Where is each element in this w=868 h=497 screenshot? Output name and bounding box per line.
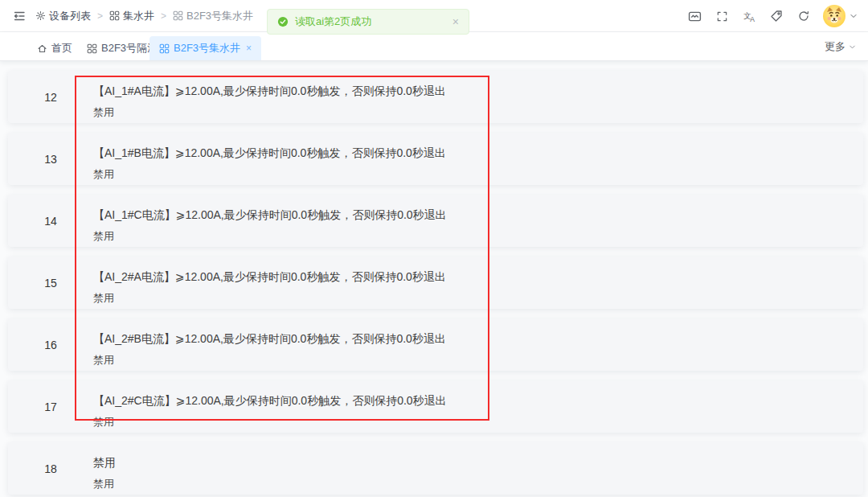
row-status: 禁用	[93, 477, 863, 491]
sidebar-collapse-icon[interactable]	[11, 8, 27, 24]
more-dropdown[interactable]: 更多	[825, 32, 857, 61]
row-index: 13	[8, 133, 93, 185]
rule-row[interactable]: 18 禁用 禁用	[8, 442, 863, 495]
breadcrumb-label: 设备列表	[49, 9, 91, 23]
rule-text: 【AI_2#B电流】⩾12.00A,最少保持时间0.0秒触发，否则保持0.0秒退…	[93, 331, 863, 346]
app-window: 设备列表 > 集水井 > B2F3号集水井	[0, 0, 868, 497]
content-area: 12 【AI_1#A电流】⩾12.00A,最少保持时间0.0秒触发，否则保持0.…	[0, 61, 868, 497]
grid-icon	[109, 10, 120, 21]
chevron-down-icon	[848, 43, 857, 51]
rule-row[interactable]: 14 【AI_1#C电流】⩾12.00A,最少保持时间0.0秒触发，否则保持0.…	[8, 195, 863, 247]
rule-row[interactable]: 16 【AI_2#B电流】⩾12.00A,最少保持时间0.0秒触发，否则保持0.…	[8, 318, 863, 371]
row-status: 禁用	[93, 415, 863, 429]
user-menu[interactable]	[823, 5, 858, 27]
row-index: 12	[8, 71, 93, 123]
toast-message: 读取ai第2页成功	[295, 14, 446, 29]
grid-icon	[173, 10, 183, 21]
row-index: 16	[8, 318, 93, 371]
row-index: 15	[8, 257, 93, 309]
row-index: 17	[8, 380, 93, 433]
rule-text: 【AI_1#C电流】⩾12.00A,最少保持时间0.0秒触发，否则保持0.0秒退…	[93, 207, 863, 222]
breadcrumb-label: 集水井	[123, 9, 154, 23]
gear-icon	[35, 10, 46, 21]
breadcrumb-separator: >	[161, 10, 166, 22]
row-index: 14	[8, 195, 93, 247]
rule-text: 【AI_1#A电流】⩾12.00A,最少保持时间0.0秒触发，否则保持0.0秒退…	[93, 84, 863, 98]
tab-home[interactable]: 首页	[27, 36, 82, 60]
more-label: 更多	[825, 39, 845, 54]
row-status: 禁用	[93, 229, 863, 244]
breadcrumb-item-device-list[interactable]: 设备列表	[35, 9, 91, 23]
tab-b2f3-sump-active[interactable]: B2F3号集水井 ×	[149, 36, 261, 60]
rules-list: 12 【AI_1#A电流】⩾12.00A,最少保持时间0.0秒触发，否则保持0.…	[8, 71, 863, 497]
avatar	[823, 5, 845, 27]
rule-row[interactable]: 17 【AI_2#C电流】⩾12.00A,最少保持时间0.0秒触发，否则保持0.…	[8, 380, 863, 433]
grid-icon	[87, 43, 97, 54]
rule-row[interactable]: 12 【AI_1#A电流】⩾12.00A,最少保持时间0.0秒触发，否则保持0.…	[8, 71, 863, 123]
chevron-down-icon	[849, 11, 858, 21]
tab-close-icon[interactable]: ×	[246, 43, 252, 54]
breadcrumb-label: B2F3号集水井	[186, 9, 253, 23]
tab-label: B2F3号集水井	[174, 41, 240, 55]
success-toast: 读取ai第2页成功 ×	[267, 9, 469, 35]
breadcrumb-item-sump[interactable]: 集水井	[109, 9, 154, 23]
rule-text: 【AI_2#C电流】⩾12.00A,最少保持时间0.0秒触发，否则保持0.0秒退…	[93, 393, 863, 408]
breadcrumb: 设备列表 > 集水井 > B2F3号集水井	[35, 9, 253, 23]
tab-bar: 首页 B2F3号隔油池 B2F3号集水井 × 更多	[0, 32, 868, 61]
breadcrumb-separator: >	[97, 10, 103, 22]
tag-icon[interactable]	[768, 8, 784, 24]
rule-row[interactable]: 15 【AI_2#A电流】⩾12.00A,最少保持时间0.0秒触发，否则保持0.…	[8, 257, 863, 309]
screen-icon[interactable]	[686, 8, 702, 24]
rule-row[interactable]: 13 【AI_1#B电流】⩾12.00A,最少保持时间0.0秒触发，否则保持0.…	[8, 133, 863, 185]
rule-text: 禁用	[93, 455, 863, 470]
translate-icon[interactable]: 文A	[741, 8, 757, 24]
breadcrumb-item-current: B2F3号集水井	[173, 9, 253, 23]
rule-text: 【AI_2#A电流】⩾12.00A,最少保持时间0.0秒触发，否则保持0.0秒退…	[93, 269, 863, 284]
row-status: 禁用	[93, 105, 863, 120]
grid-icon	[159, 43, 170, 54]
success-check-icon	[277, 16, 289, 27]
refresh-icon[interactable]	[796, 8, 812, 24]
row-status: 禁用	[93, 353, 863, 368]
toast-close-icon[interactable]: ×	[452, 16, 459, 27]
row-status: 禁用	[93, 167, 863, 182]
home-icon	[37, 43, 47, 54]
tab-label: 首页	[51, 41, 72, 55]
row-index: 18	[8, 442, 93, 495]
rule-text: 【AI_1#B电流】⩾12.00A,最少保持时间0.0秒触发，否则保持0.0秒退…	[93, 146, 863, 160]
svg-text:A: A	[750, 14, 755, 23]
row-status: 禁用	[93, 291, 863, 306]
fullscreen-icon[interactable]	[714, 8, 730, 24]
